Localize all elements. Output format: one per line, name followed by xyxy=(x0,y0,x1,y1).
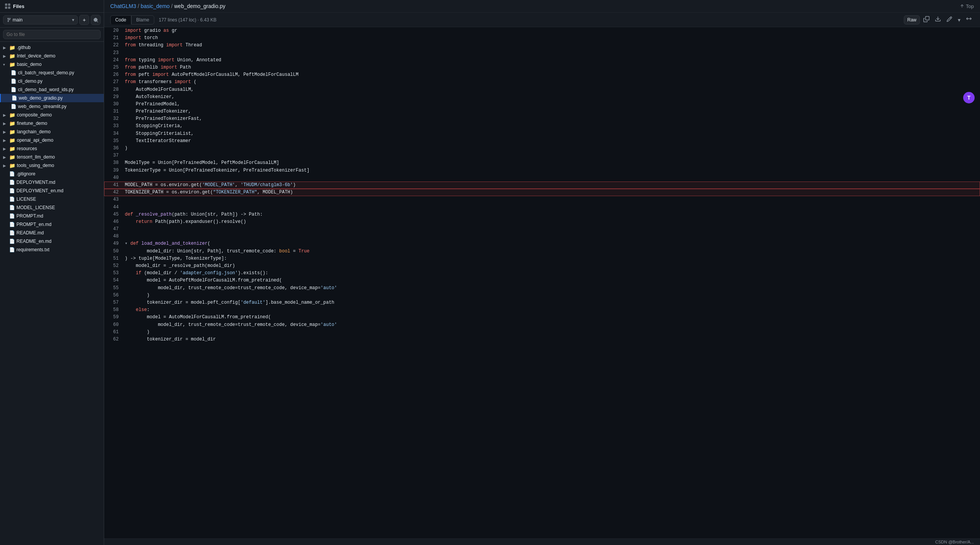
line-number[interactable]: 28 xyxy=(104,86,123,93)
file-icon: 📄 xyxy=(11,70,16,75)
line-number[interactable]: 40 xyxy=(104,174,123,182)
line-number[interactable]: 29 xyxy=(104,93,123,101)
line-number[interactable]: 59 xyxy=(104,314,123,321)
raw-button[interactable]: Raw xyxy=(904,15,920,25)
line-number[interactable]: 47 xyxy=(104,226,123,233)
search-button[interactable] xyxy=(91,15,101,25)
line-number[interactable]: 60 xyxy=(104,321,123,329)
sidebar-item-gitignore[interactable]: 📄 .gitignore xyxy=(0,170,104,178)
line-content: MODEL_PATH = os.environ.get('MODEL_PATH'… xyxy=(123,182,980,189)
line-content: ) xyxy=(123,329,980,336)
add-file-button[interactable]: + xyxy=(79,15,89,25)
fullscreen-button[interactable] xyxy=(964,15,974,25)
line-number[interactable]: 38 xyxy=(104,159,123,167)
more-options-button[interactable]: ▾ xyxy=(956,16,962,24)
line-number[interactable]: 34 xyxy=(104,130,123,137)
table-row: 57 tokenizer_dir = model.peft_config['de… xyxy=(104,299,980,306)
sidebar-item-basic-demo[interactable]: ▾ 📁 basic_demo xyxy=(0,60,104,69)
line-number[interactable]: 54 xyxy=(104,277,123,284)
tab-code[interactable]: Code xyxy=(110,15,131,25)
edit-button[interactable] xyxy=(944,15,954,25)
sidebar-item-deployment-en-md[interactable]: 📄 DEPLOYMENT_en.md xyxy=(0,187,104,195)
line-number[interactable]: 43 xyxy=(104,196,123,203)
tab-blame[interactable]: Blame xyxy=(131,15,154,25)
line-number[interactable]: 36 xyxy=(104,145,123,152)
line-number[interactable]: 27 xyxy=(104,79,123,86)
sidebar-item-cli-demo-bad[interactable]: 📄 cli_demo_bad_word_ids.py xyxy=(0,85,104,94)
line-number[interactable]: 49 xyxy=(104,240,123,247)
sidebar-item-web-demo-gradio[interactable]: 📄 web_demo_gradio.py xyxy=(0,94,104,102)
sidebar-item-intel-device-demo[interactable]: ▶ 📁 Intel_device_demo xyxy=(0,52,104,60)
line-number[interactable]: 51 xyxy=(104,255,123,262)
line-number[interactable]: 52 xyxy=(104,262,123,270)
sidebar-item-web-demo-streamlit[interactable]: 📄 web_demo_streamlit.py xyxy=(0,102,104,111)
table-row: 36) xyxy=(104,145,980,152)
line-content: return Path(path).expanduser().resolve() xyxy=(123,218,980,226)
sidebar-item-readme-md[interactable]: 📄 README.md xyxy=(0,229,104,237)
item-label: tensorrt_llm_demo xyxy=(17,154,55,160)
table-row: 58 else: xyxy=(104,306,980,314)
line-number[interactable]: 21 xyxy=(104,34,123,42)
line-number[interactable]: 20 xyxy=(104,27,123,34)
sidebar-item-requirements-txt[interactable]: 📄 requirements.txt xyxy=(0,245,104,254)
main-content: ChatGLM3 / basic_demo / web_demo_gradio.… xyxy=(104,0,980,545)
chevron-down-icon: ▾ xyxy=(3,62,8,67)
table-row: 20import gradio as gr xyxy=(104,27,980,34)
avatar[interactable]: T xyxy=(963,92,975,103)
copy-button[interactable] xyxy=(921,15,931,25)
line-number[interactable]: 44 xyxy=(104,204,123,211)
branch-selector[interactable]: main ▾ xyxy=(3,15,78,25)
sidebar-item-tensorrt-llm-demo[interactable]: ▶ 📁 tensorrt_llm_demo xyxy=(0,153,104,161)
sidebar-item-readme-en-md[interactable]: 📄 README_en.md xyxy=(0,237,104,245)
line-number[interactable]: 22 xyxy=(104,42,123,49)
sidebar-item-github[interactable]: ▶ 📁 .github xyxy=(0,43,104,52)
line-number[interactable]: 45 xyxy=(104,211,123,218)
line-number[interactable]: 42 xyxy=(104,189,123,196)
code-area[interactable]: 20import gradio as gr 21import torch 22f… xyxy=(104,27,980,538)
sidebar-item-openai-api-demo[interactable]: ▶ 📁 openai_api_demo xyxy=(0,136,104,144)
sidebar-item-cli-batch[interactable]: 📄 cli_batch_request_demo.py xyxy=(0,69,104,77)
sidebar-item-composite-demo[interactable]: ▶ 📁 composite_demo xyxy=(0,111,104,119)
sidebar-item-tools-using-demo[interactable]: ▶ 📁 tools_using_demo xyxy=(0,161,104,170)
breadcrumb-path1[interactable]: basic_demo xyxy=(141,3,170,9)
line-number[interactable]: 26 xyxy=(104,71,123,79)
line-number[interactable]: 46 xyxy=(104,218,123,226)
line-number[interactable]: 61 xyxy=(104,329,123,336)
sidebar-item-prompt-en-md[interactable]: 📄 PROMPT_en.md xyxy=(0,220,104,229)
sidebar-item-cli-demo[interactable]: 📄 cli_demo.py xyxy=(0,77,104,85)
sidebar-item-deployment-md[interactable]: 📄 DEPLOYMENT.md xyxy=(0,178,104,187)
line-number[interactable]: 58 xyxy=(104,306,123,314)
sidebar-item-langchain-demo[interactable]: ▶ 📁 langchain_demo xyxy=(0,128,104,136)
sidebar-item-finetune-demo[interactable]: ▶ 📁 finetune_demo xyxy=(0,119,104,128)
line-number[interactable]: 30 xyxy=(104,101,123,108)
sidebar-title-text: Files xyxy=(13,3,24,9)
line-number[interactable]: 50 xyxy=(104,248,123,255)
line-number[interactable]: 57 xyxy=(104,299,123,306)
sidebar-item-prompt-md[interactable]: 📄 PROMPT.md xyxy=(0,212,104,220)
line-content: TOKENIZER_PATH = os.environ.get("TOKENIZ… xyxy=(123,189,980,196)
line-number[interactable]: 62 xyxy=(104,336,123,343)
line-number[interactable]: 39 xyxy=(104,167,123,174)
line-number[interactable]: 23 xyxy=(104,49,123,57)
line-number[interactable]: 35 xyxy=(104,137,123,145)
table-row: 48 xyxy=(104,233,980,240)
line-number[interactable]: 32 xyxy=(104,115,123,123)
sidebar-item-model-license[interactable]: 📄 MODEL_LICENSE xyxy=(0,203,104,212)
breadcrumb-repo[interactable]: ChatGLM3 xyxy=(110,3,136,9)
line-number[interactable]: 25 xyxy=(104,64,123,71)
line-number[interactable]: 48 xyxy=(104,233,123,240)
top-button[interactable]: Top xyxy=(960,3,974,9)
sidebar-item-resources[interactable]: ▶ 📁 resources xyxy=(0,144,104,153)
download-button[interactable] xyxy=(933,15,943,25)
line-number[interactable]: 31 xyxy=(104,108,123,115)
line-number[interactable]: 53 xyxy=(104,270,123,277)
line-number[interactable]: 41 xyxy=(104,182,123,189)
line-number[interactable]: 37 xyxy=(104,152,123,159)
sidebar-item-license[interactable]: 📄 LICENSE xyxy=(0,195,104,203)
line-content: model = AutoModelForCausalLM.from_pretra… xyxy=(123,314,980,321)
line-number[interactable]: 56 xyxy=(104,292,123,299)
line-number[interactable]: 33 xyxy=(104,123,123,130)
line-number[interactable]: 55 xyxy=(104,285,123,292)
go-to-file-input[interactable] xyxy=(3,30,101,39)
line-number[interactable]: 24 xyxy=(104,57,123,64)
